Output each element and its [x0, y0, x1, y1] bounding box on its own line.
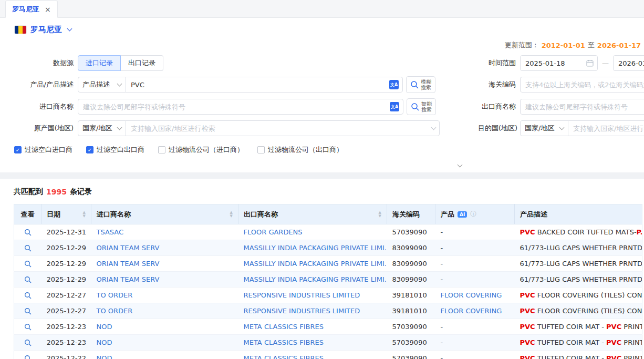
exporter-link[interactable]: META CLASSICS FIBRES [244, 339, 324, 346]
tab-bar: 罗马尼亚 × [0, 0, 644, 18]
filter-checkbox-row: ✓过滤空白进口商✓过滤空白出口商过滤物流公司（进口商）过滤物流公司（出口商） [0, 145, 644, 155]
importer-link[interactable]: ORIAN TEAM SERV [97, 275, 160, 283]
date-cell: 2025-12-23 [41, 319, 91, 335]
importer-link[interactable]: ORIAN TEAM SERV [97, 260, 160, 268]
view-detail-icon[interactable] [24, 355, 32, 359]
importer-link[interactable]: NOD [97, 339, 112, 346]
chevron-down-icon [117, 125, 122, 130]
date-cell: 2025-12-29 [41, 272, 91, 288]
importer-link[interactable]: NOD [97, 323, 112, 331]
translate-icon[interactable]: 文A [390, 102, 399, 111]
tab-close-icon[interactable]: × [45, 5, 51, 14]
exporter-link[interactable]: RESPONSIVE INDUSTRIES LIMITED [244, 291, 360, 299]
date-start-field[interactable] [520, 55, 598, 71]
importer-link[interactable]: TO ORDER [97, 307, 133, 315]
smart-search-button[interactable]: 智能 搜索 [407, 98, 436, 115]
table-row: 2025-12-31TSASACFLOOR GARDENS57039090-PV… [14, 224, 642, 240]
importer-link[interactable]: TO ORDER [97, 291, 133, 299]
info-icon[interactable]: ⓘ [470, 210, 476, 219]
column-label: 产品描述 [520, 210, 547, 219]
filter-panel: 更新范围： 2012-01-01 至 2026-01-17 数据源 进口记录 出… [0, 40, 644, 172]
product-type-select[interactable]: 产品描述 [78, 77, 126, 93]
view-detail-icon[interactable] [24, 339, 32, 346]
date-end-input[interactable] [618, 59, 644, 67]
product-link[interactable]: FLOOR COVERING [441, 307, 502, 315]
product-cell: - [435, 240, 515, 256]
view-detail-icon[interactable] [24, 229, 32, 236]
date-range-separator: — [602, 59, 609, 67]
column-header-3[interactable]: 出口商名称▲▼ [238, 204, 387, 224]
hs-code-field[interactable] [520, 77, 644, 93]
exporter-search-input[interactable] [525, 103, 644, 111]
origin-country-field[interactable] [126, 120, 440, 136]
filter-checkbox-3[interactable]: 过滤物流公司（出口商） [257, 145, 343, 155]
product-cell: - [435, 319, 515, 335]
collapse-panel-button[interactable] [458, 160, 462, 168]
date-start-input[interactable] [525, 59, 583, 67]
translate-icon[interactable]: 文A [389, 80, 399, 89]
origin-type-select[interactable]: 国家/地区 [78, 120, 126, 136]
checkbox-unchecked-icon[interactable] [158, 146, 165, 153]
origin-country-input[interactable] [131, 125, 429, 132]
view-detail-icon[interactable] [24, 276, 32, 283]
data-source-label: 数据源 [14, 58, 74, 68]
product-description-cell: PVC TUFTED COIR MAT - PVC PRINT... [515, 319, 642, 335]
product-link[interactable]: FLOOR COVERING [441, 291, 502, 299]
product-description-cell: PVC FLOOR COVERING (TILES) CONT... [515, 288, 642, 303]
table-row: 2025-12-23NODMETA CLASSICS FIBRES5703909… [14, 319, 642, 335]
hs-code-input[interactable] [525, 81, 644, 89]
view-detail-icon[interactable] [24, 260, 32, 268]
exporter-link[interactable]: MASSILLY INDIA PACKAGING PRIVATE LIMI... [244, 260, 387, 268]
exporter-link[interactable]: FLOOR GARDENS [244, 228, 303, 236]
date-end-field[interactable] [613, 55, 644, 71]
checkbox-unchecked-icon[interactable] [257, 146, 265, 153]
exporter-link[interactable]: MASSILLY INDIA PACKAGING PRIVATE LIMI... [244, 244, 387, 252]
time-range-label: 时间范围 [478, 58, 516, 68]
tab-romania[interactable]: 罗马尼亚 × [5, 1, 58, 18]
column-header-2[interactable]: 进口商名称▲▼ [91, 204, 238, 224]
destination-country-input[interactable] [573, 125, 644, 132]
view-detail-icon[interactable] [24, 307, 32, 315]
exporter-link[interactable]: META CLASSICS FIBRES [244, 354, 324, 359]
exporter-link[interactable]: MASSILLY INDIA PACKAGING PRIVATE LIMI... [244, 275, 387, 283]
table-row: 2025-12-23NODMETA CLASSICS FIBRES5703909… [14, 335, 642, 351]
sort-icon[interactable]: ▲▼ [379, 211, 381, 218]
sort-icon[interactable]: ▲▼ [230, 211, 233, 218]
sort-icon[interactable]: ▲▼ [83, 211, 86, 218]
column-header-1[interactable]: 日期▲▼ [41, 204, 91, 224]
importer-link[interactable]: NOD [97, 354, 112, 359]
hs-code-cell: 39181010 [387, 288, 435, 303]
filter-checkbox-1[interactable]: ✓过滤空白出口商 [86, 145, 144, 155]
view-detail-icon[interactable] [24, 292, 32, 299]
importer-link[interactable]: TSASAC [97, 228, 124, 236]
import-records-button[interactable]: 进口记录 [78, 55, 121, 71]
product-search-input[interactable] [131, 81, 386, 89]
product-search-field[interactable]: 文A [126, 77, 403, 93]
exporter-link[interactable]: META CLASSICS FIBRES [244, 323, 324, 331]
view-detail-icon[interactable] [24, 323, 32, 331]
view-detail-icon[interactable] [24, 244, 32, 252]
export-records-button[interactable]: 出口记录 [121, 55, 163, 71]
filter-checkbox-0[interactable]: ✓过滤空白进口商 [14, 145, 72, 155]
destination-type-select[interactable]: 国家/地区 [520, 120, 568, 136]
importer-link[interactable]: ORIAN TEAM SERV [97, 244, 160, 252]
column-header-6: 产品描述 [515, 204, 642, 224]
results-summary: 共匹配到 1995 条记录 [14, 187, 644, 197]
calendar-icon [586, 59, 594, 67]
exporter-link[interactable]: RESPONSIVE INDUSTRIES LIMITED [244, 307, 360, 315]
update-range-to-word: 至 [588, 40, 595, 50]
exporter-label: 出口商名称 [478, 102, 516, 111]
destination-country-field[interactable] [568, 120, 644, 136]
hs-code-cell: 57039090 [387, 319, 435, 335]
exporter-search-field[interactable] [520, 99, 644, 115]
column-header-0: 查看 [14, 204, 41, 224]
importer-search-input[interactable] [83, 103, 387, 111]
checkbox-label: 过滤物流公司（出口商） [268, 145, 343, 155]
chevron-down-icon[interactable] [67, 26, 72, 32]
fuzzy-search-button[interactable]: 模糊 搜索 [406, 76, 435, 93]
importer-search-field[interactable]: 文A [78, 99, 403, 115]
results-table: 查看日期▲▼进口商名称▲▼出口商名称▲▼海关编码产品AIⓘ产品描述2025-12… [14, 204, 642, 359]
checkbox-checked-icon[interactable]: ✓ [14, 146, 22, 153]
filter-checkbox-2[interactable]: 过滤物流公司（进口商） [158, 145, 244, 155]
checkbox-checked-icon[interactable]: ✓ [86, 146, 94, 153]
